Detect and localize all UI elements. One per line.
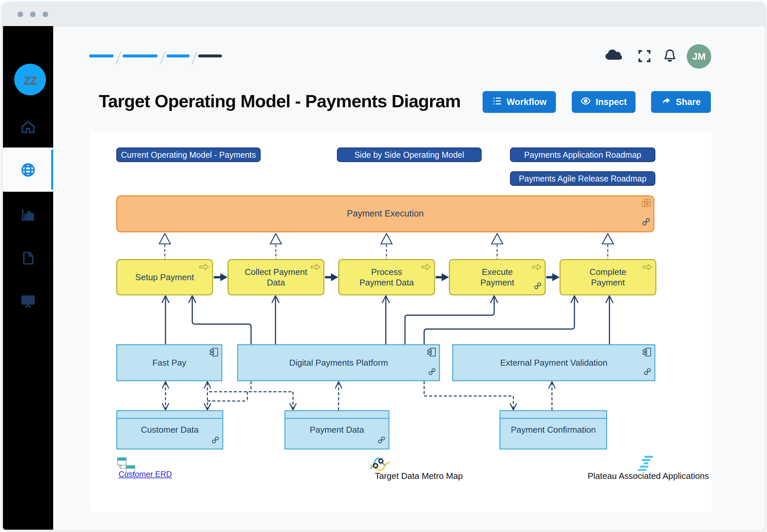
grid-icon — [642, 199, 650, 210]
link-icon[interactable] — [534, 282, 542, 292]
footer-label-plateau-applications[interactable]: Plateau Associated Applications — [588, 471, 709, 481]
application-box-digital-payments-platform[interactable]: Digital Payments Platform — [237, 344, 440, 381]
app-logo[interactable]: zz — [14, 64, 46, 95]
process-arrow-icon — [643, 262, 652, 273]
breadcrumb-item[interactable] — [89, 54, 114, 57]
process-label: Setup Payment — [135, 272, 194, 283]
process-box-setup-payment[interactable]: Setup Payment — [116, 259, 213, 295]
process-label: Collect Payment Data — [245, 267, 308, 288]
process-label: Complete Payment — [582, 267, 635, 288]
globe-icon — [20, 162, 36, 179]
sidebar-item-reports[interactable] — [3, 205, 53, 225]
window-control-dot[interactable] — [17, 12, 23, 17]
bell-icon — [662, 48, 678, 65]
diagram-canvas[interactable] — [90, 131, 712, 512]
workflow-button-label: Workflow — [507, 97, 547, 107]
process-label: Execute Payment — [471, 267, 524, 288]
data-label: Payment Confirmation — [511, 424, 596, 435]
window-control-dot[interactable] — [30, 12, 36, 17]
breadcrumb-item-current — [198, 54, 222, 57]
page-title: Target Operating Model - Payments Diagra… — [99, 91, 460, 111]
link-icon[interactable] — [642, 217, 650, 229]
notifications-button[interactable] — [662, 48, 678, 65]
application-box-fast-pay[interactable]: Fast Pay — [116, 344, 222, 381]
data-box-payment-confirmation[interactable]: Payment Confirmation — [499, 410, 607, 449]
bar-chart-icon — [20, 207, 36, 223]
process-label: Process Payment Data — [355, 267, 418, 288]
share-button[interactable]: Share — [651, 91, 711, 113]
document-icon — [21, 250, 35, 267]
process-box-process-payment-data[interactable]: Process Payment Data — [338, 259, 435, 295]
home-icon — [20, 119, 36, 136]
nav-link-side-by-side[interactable]: Side by Side Operating Model — [337, 148, 482, 162]
breadcrumb-item[interactable] — [122, 54, 157, 57]
sync-status[interactable] — [604, 47, 622, 63]
share-button-label: Share — [676, 97, 701, 107]
process-box-complete-payment[interactable]: Complete Payment — [559, 259, 656, 295]
cloud-icon — [604, 47, 622, 63]
nav-link-application-roadmap[interactable]: Payments Application Roadmap — [510, 148, 655, 162]
window-titlebar — [2, 2, 765, 26]
footer-link-customer-erd[interactable]: Customer ERD — [118, 470, 172, 479]
process-arrow-icon — [532, 262, 542, 273]
process-arrow-icon — [421, 262, 431, 273]
application-box-external-payment-validation[interactable]: External Payment Validation — [452, 344, 655, 381]
process-box-collect-payment-data[interactable]: Collect Payment Data — [228, 259, 324, 295]
component-icon — [643, 348, 651, 359]
data-box-customer-data[interactable]: Customer Data — [116, 410, 223, 449]
data-box-header-band — [500, 411, 606, 419]
application-label: Digital Payments Platform — [289, 357, 388, 368]
sidebar-item-presentations[interactable] — [3, 292, 53, 312]
data-label: Customer Data — [141, 424, 199, 435]
breadcrumb-separator — [191, 51, 198, 65]
breadcrumb-item[interactable] — [166, 54, 189, 57]
footer-label-metro-map[interactable]: Target Data Metro Map — [375, 471, 463, 481]
link-icon[interactable] — [644, 367, 651, 378]
sidebar: zz — [3, 26, 53, 530]
workflow-button[interactable]: Workflow — [483, 91, 556, 113]
nav-link-agile-release-roadmap[interactable]: Payments Agile Release Roadmap — [510, 171, 655, 186]
browser-window: zz — [2, 2, 766, 531]
application-label: Fast Pay — [152, 357, 186, 368]
application-label: External Payment Validation — [500, 357, 608, 368]
link-icon[interactable] — [428, 367, 436, 378]
inspect-button-label: Inspect — [596, 97, 627, 107]
application-window: zz — [0, 0, 767, 532]
process-box-execute-payment[interactable]: Execute Payment — [449, 259, 546, 295]
breadcrumb-separator — [115, 51, 121, 65]
nav-link-current-operating-model[interactable]: Current Operating Model - Payments — [116, 148, 261, 162]
share-icon — [661, 96, 671, 108]
process-arrow-icon — [199, 262, 209, 273]
data-label: Payment Data — [310, 424, 364, 435]
sidebar-item-documents[interactable] — [3, 249, 53, 269]
window-control-dot[interactable] — [43, 12, 48, 17]
eye-icon — [581, 96, 591, 109]
data-box-header-band — [117, 411, 222, 419]
sidebar-item-globe[interactable] — [3, 161, 53, 181]
data-box-payment-data[interactable]: Payment Data — [284, 410, 389, 449]
link-icon[interactable] — [378, 436, 385, 447]
capability-box-payment-execution[interactable]: Payment Execution — [116, 195, 654, 232]
component-icon — [427, 348, 436, 359]
data-box-header-band — [285, 411, 388, 419]
link-icon[interactable] — [212, 436, 219, 447]
presentation-icon — [20, 293, 36, 311]
user-avatar[interactable]: JM — [687, 44, 711, 69]
breadcrumb-separator — [159, 51, 166, 65]
fullscreen-icon — [637, 49, 652, 65]
inspect-button[interactable]: Inspect — [572, 91, 636, 113]
list-icon — [492, 96, 502, 108]
sidebar-item-home[interactable] — [3, 118, 53, 138]
capability-label: Payment Execution — [347, 208, 424, 219]
process-arrow-icon — [311, 262, 320, 273]
fullscreen-button[interactable] — [637, 49, 652, 65]
component-icon — [210, 348, 218, 359]
